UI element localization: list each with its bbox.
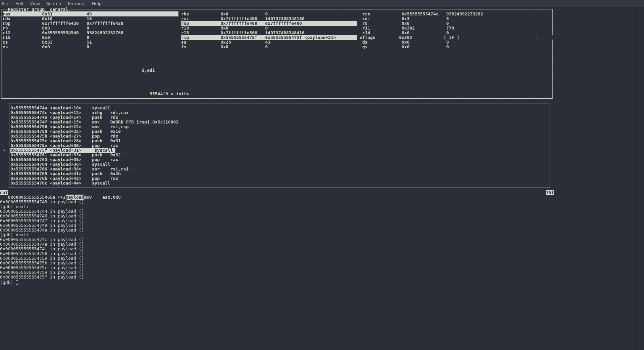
asm-line: 0x555555554759 <payload+25> push 0x10 — [10, 129, 548, 134]
asm-line: 0x555555554769 <payload+41> push 0x2b — [10, 171, 548, 176]
register-rax: rax 0x31 49 — [3, 11, 178, 16]
asm-line: 0x55555555475b <payload+27> pop rdx — [10, 134, 548, 139]
register-rip: rip 0x55555555475f 0x55555555475f <paylo… — [181, 35, 357, 40]
register-es: es 0x0 0 — [3, 44, 89, 49]
register-r15: r15 0x0 0 — [3, 35, 89, 40]
src-func: payload — [66, 195, 84, 200]
asm-line: 0x555555554766 <payload+38> xor rsi,rsi — [10, 166, 548, 171]
asm-line: 0x55555555476c <payload+44> syscall — [10, 181, 548, 186]
asm-line: 0x55555555474c <payload+12> xchg rdi,rax — [10, 110, 548, 115]
asm-line: 0x55555555475c <payload+28> push 0x31 — [10, 138, 548, 143]
menu-edit[interactable]: Edit — [15, 1, 24, 6]
menu-bar: File Edit View Search Terminal Help — [0, 0, 644, 7]
cursor — [16, 280, 18, 285]
menu-terminal[interactable]: Terminal — [67, 1, 86, 6]
menu-search[interactable]: Search — [46, 1, 61, 6]
register-group-title: Register group: general — [8, 7, 68, 12]
register-fs: fs 0x0 0 — [181, 44, 268, 49]
register-ds: ds 0x0 0 — [362, 40, 449, 45]
asm-line: 0x55555555475e <payload+30> pop rax — [10, 143, 548, 148]
register-r9: r9 0x0 0 — [3, 26, 89, 31]
register-rdi: rdi 0x3 3 — [362, 16, 449, 21]
menu-view[interactable]: View — [30, 1, 40, 6]
register-r12: r12 0x555555554540 93824992232768 — [3, 30, 123, 35]
register-rbp: rbp 0x7fffffffe420 0x7fffffffe420 — [3, 21, 123, 26]
register-r14: r14 0x0 0 — [362, 30, 449, 35]
asm-line: 0x55555555474e <payload+14> push rdx — [10, 115, 548, 120]
register-r10: r10 0x0 0 — [181, 26, 268, 31]
asm-line: 0x555555554763 <payload+35> pop rax — [10, 157, 548, 162]
register-rcx: rcx 0x55555555474c 93824992233292 — [362, 11, 483, 16]
register-rsi: rsi 0x7fffffffe400 140737488348160 — [181, 16, 305, 21]
menu-file[interactable]: File — [2, 1, 9, 6]
register-ss: ss 0x2b 43 — [181, 40, 270, 45]
terminal-output[interactable]: ┌──Register group: general──────────────… — [0, 7, 644, 285]
asm-line: 0x55555555474a <payload+10> syscall — [10, 105, 548, 110]
menu-help[interactable]: Help — [92, 1, 102, 6]
asm-line: 0x555555554764 <payload+36> syscall — [10, 162, 548, 167]
asm-line: 0x555555554761 <payload+33> push 0x32 — [10, 152, 548, 157]
register-rdx: rdx 0x10 16 — [3, 16, 92, 21]
partial-text-2: 55544f0 < init> — [3, 91, 551, 96]
asm-line: 0x555555554756 <payload+22> mov rsi,rsp — [10, 124, 548, 129]
asm-line: 0x55555555476b <payload+43> pop rax — [10, 176, 548, 181]
register-rbx: rbx 0x0 0 — [181, 11, 268, 16]
register-r13: r13 0x7fffffffe500 140737488348416 — [181, 30, 305, 35]
register-r8: r8 0x0 0 — [362, 21, 449, 26]
status-left: nat — [0, 190, 8, 195]
terminal-scrollbar[interactable] — [635, 7, 637, 350]
register-eflags: eflags 0x202 [ IF ] — [360, 35, 459, 40]
register-r11: r11 0x302 770 — [362, 26, 454, 31]
status-right: 75f — [546, 190, 554, 195]
register-rsp: rsp 0x7fffffffe400 0x7fffffffe400 — [181, 21, 357, 26]
partial-text-1: d,edi — [3, 68, 551, 73]
asm-line: 0x55555555474f <payload+15> mov DWORD PT… — [10, 119, 548, 124]
register-gs: gs 0x0 0 — [362, 44, 449, 49]
asm-current: 0x55555555475f <payload+31> syscall — [10, 148, 115, 153]
register-cs: cs 0x33 51 — [3, 40, 92, 45]
src-line: 0x000055555555465e <+2 — [0, 195, 66, 200]
